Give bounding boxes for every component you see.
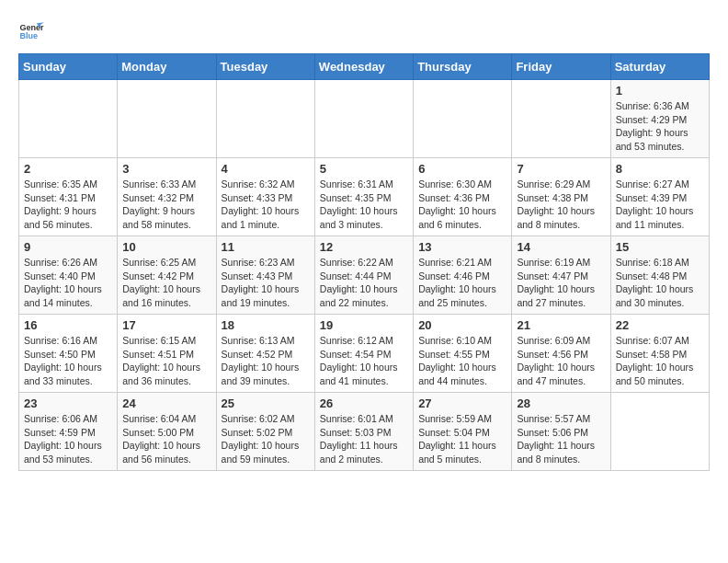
- day-number: 13: [418, 240, 506, 254]
- day-info: Sunrise: 6:32 AM Sunset: 4:33 PM Dayligh…: [222, 178, 310, 232]
- calendar-week-row: 1Sunrise: 6:36 AM Sunset: 4:29 PM Daylig…: [19, 80, 710, 158]
- calendar-cell: 3Sunrise: 6:33 AM Sunset: 4:32 PM Daylig…: [118, 158, 216, 236]
- calendar-cell: 26Sunrise: 6:01 AM Sunset: 5:03 PM Dayli…: [314, 393, 413, 471]
- day-info: Sunrise: 6:12 AM Sunset: 4:54 PM Dayligh…: [320, 334, 408, 388]
- day-info: Sunrise: 6:19 AM Sunset: 4:47 PM Dayligh…: [517, 256, 605, 310]
- day-info: Sunrise: 6:18 AM Sunset: 4:48 PM Dayligh…: [616, 256, 704, 310]
- day-info: Sunrise: 6:29 AM Sunset: 4:38 PM Dayligh…: [517, 178, 605, 232]
- page-header: General Blue: [18, 18, 710, 44]
- day-info: Sunrise: 6:25 AM Sunset: 4:42 PM Dayligh…: [122, 256, 210, 310]
- day-number: 22: [616, 318, 704, 332]
- day-info: Sunrise: 6:02 AM Sunset: 5:02 PM Dayligh…: [222, 412, 310, 466]
- calendar-cell: [512, 80, 610, 158]
- day-info: Sunrise: 6:36 AM Sunset: 4:29 PM Dayligh…: [616, 99, 704, 154]
- calendar-cell: 11Sunrise: 6:23 AM Sunset: 4:43 PM Dayli…: [216, 236, 314, 315]
- day-info: Sunrise: 6:26 AM Sunset: 4:40 PM Dayligh…: [24, 256, 112, 310]
- day-info: Sunrise: 5:59 AM Sunset: 5:04 PM Dayligh…: [418, 412, 506, 466]
- day-info: Sunrise: 6:31 AM Sunset: 4:35 PM Dayligh…: [320, 178, 408, 232]
- day-number: 23: [24, 396, 112, 410]
- day-info: Sunrise: 6:35 AM Sunset: 4:31 PM Dayligh…: [24, 178, 112, 232]
- calendar-cell: 25Sunrise: 6:02 AM Sunset: 5:02 PM Dayli…: [216, 393, 314, 471]
- calendar-cell: 21Sunrise: 6:09 AM Sunset: 4:56 PM Dayli…: [512, 315, 610, 393]
- day-number: 18: [222, 318, 310, 332]
- calendar-cell: [19, 80, 118, 158]
- calendar-cell: 13Sunrise: 6:21 AM Sunset: 4:46 PM Dayli…: [414, 236, 512, 315]
- calendar-cell: [314, 80, 413, 158]
- calendar-cell: 24Sunrise: 6:04 AM Sunset: 5:00 PM Dayli…: [118, 393, 216, 471]
- day-info: Sunrise: 6:23 AM Sunset: 4:43 PM Dayligh…: [222, 256, 310, 310]
- weekday-header-sunday: Sunday: [19, 54, 118, 80]
- day-number: 16: [24, 318, 112, 332]
- day-number: 27: [418, 396, 506, 410]
- calendar-cell: 9Sunrise: 6:26 AM Sunset: 4:40 PM Daylig…: [19, 236, 118, 315]
- day-info: Sunrise: 6:04 AM Sunset: 5:00 PM Dayligh…: [122, 412, 210, 466]
- weekday-header-saturday: Saturday: [610, 54, 709, 80]
- svg-text:Blue: Blue: [19, 31, 38, 40]
- day-info: Sunrise: 6:07 AM Sunset: 4:58 PM Dayligh…: [616, 334, 704, 388]
- day-number: 17: [122, 318, 210, 332]
- day-info: Sunrise: 6:10 AM Sunset: 4:55 PM Dayligh…: [418, 334, 506, 388]
- day-number: 12: [320, 240, 408, 254]
- day-number: 6: [418, 162, 506, 176]
- calendar-cell: 17Sunrise: 6:15 AM Sunset: 4:51 PM Dayli…: [118, 315, 216, 393]
- day-number: 7: [517, 162, 605, 176]
- calendar-cell: 19Sunrise: 6:12 AM Sunset: 4:54 PM Dayli…: [314, 315, 413, 393]
- weekday-header-thursday: Thursday: [414, 54, 512, 80]
- day-number: 4: [222, 162, 310, 176]
- logo-icon: General Blue: [18, 18, 44, 44]
- day-info: Sunrise: 6:06 AM Sunset: 4:59 PM Dayligh…: [24, 412, 112, 466]
- calendar-cell: 1Sunrise: 6:36 AM Sunset: 4:29 PM Daylig…: [610, 80, 709, 158]
- calendar-cell: [216, 80, 314, 158]
- day-number: 25: [222, 396, 310, 410]
- day-number: 28: [517, 396, 605, 410]
- calendar-cell: 12Sunrise: 6:22 AM Sunset: 4:44 PM Dayli…: [314, 236, 413, 315]
- calendar-cell: 2Sunrise: 6:35 AM Sunset: 4:31 PM Daylig…: [19, 158, 118, 236]
- calendar-cell: [414, 80, 512, 158]
- calendar-week-row: 16Sunrise: 6:16 AM Sunset: 4:50 PM Dayli…: [19, 315, 710, 393]
- day-info: Sunrise: 6:30 AM Sunset: 4:36 PM Dayligh…: [418, 178, 506, 232]
- weekday-header-friday: Friday: [512, 54, 610, 80]
- calendar-cell: 16Sunrise: 6:16 AM Sunset: 4:50 PM Dayli…: [19, 315, 118, 393]
- day-number: 24: [122, 396, 210, 410]
- day-number: 21: [517, 318, 605, 332]
- day-number: 5: [320, 162, 408, 176]
- weekday-header-wednesday: Wednesday: [314, 54, 413, 80]
- day-info: Sunrise: 6:15 AM Sunset: 4:51 PM Dayligh…: [122, 334, 210, 388]
- calendar-cell: 4Sunrise: 6:32 AM Sunset: 4:33 PM Daylig…: [216, 158, 314, 236]
- weekday-header-row: SundayMondayTuesdayWednesdayThursdayFrid…: [19, 54, 710, 80]
- day-info: Sunrise: 6:01 AM Sunset: 5:03 PM Dayligh…: [320, 412, 408, 466]
- calendar-cell: 27Sunrise: 5:59 AM Sunset: 5:04 PM Dayli…: [414, 393, 512, 471]
- day-info: Sunrise: 6:21 AM Sunset: 4:46 PM Dayligh…: [418, 256, 506, 310]
- calendar-cell: [610, 393, 709, 471]
- day-number: 20: [418, 318, 506, 332]
- calendar-cell: 10Sunrise: 6:25 AM Sunset: 4:42 PM Dayli…: [118, 236, 216, 315]
- day-info: Sunrise: 6:16 AM Sunset: 4:50 PM Dayligh…: [24, 334, 112, 388]
- calendar-week-row: 2Sunrise: 6:35 AM Sunset: 4:31 PM Daylig…: [19, 158, 710, 236]
- calendar-cell: 15Sunrise: 6:18 AM Sunset: 4:48 PM Dayli…: [610, 236, 709, 315]
- day-info: Sunrise: 6:09 AM Sunset: 4:56 PM Dayligh…: [517, 334, 605, 388]
- day-number: 1: [616, 84, 704, 98]
- day-info: Sunrise: 6:33 AM Sunset: 4:32 PM Dayligh…: [122, 178, 210, 232]
- day-number: 9: [24, 240, 112, 254]
- calendar-cell: 18Sunrise: 6:13 AM Sunset: 4:52 PM Dayli…: [216, 315, 314, 393]
- calendar-cell: 8Sunrise: 6:27 AM Sunset: 4:39 PM Daylig…: [610, 158, 709, 236]
- day-info: Sunrise: 5:57 AM Sunset: 5:06 PM Dayligh…: [517, 412, 605, 466]
- weekday-header-tuesday: Tuesday: [216, 54, 314, 80]
- calendar-cell: 5Sunrise: 6:31 AM Sunset: 4:35 PM Daylig…: [314, 158, 413, 236]
- calendar-table: SundayMondayTuesdayWednesdayThursdayFrid…: [18, 53, 710, 471]
- calendar-cell: 22Sunrise: 6:07 AM Sunset: 4:58 PM Dayli…: [610, 315, 709, 393]
- calendar-cell: 7Sunrise: 6:29 AM Sunset: 4:38 PM Daylig…: [512, 158, 610, 236]
- day-number: 19: [320, 318, 408, 332]
- day-number: 3: [122, 162, 210, 176]
- calendar-cell: 20Sunrise: 6:10 AM Sunset: 4:55 PM Dayli…: [414, 315, 512, 393]
- calendar-week-row: 23Sunrise: 6:06 AM Sunset: 4:59 PM Dayli…: [19, 393, 710, 471]
- calendar-cell: [118, 80, 216, 158]
- calendar-cell: 23Sunrise: 6:06 AM Sunset: 4:59 PM Dayli…: [19, 393, 118, 471]
- day-number: 8: [616, 162, 704, 176]
- weekday-header-monday: Monday: [118, 54, 216, 80]
- logo: General Blue: [18, 18, 48, 44]
- calendar-cell: 6Sunrise: 6:30 AM Sunset: 4:36 PM Daylig…: [414, 158, 512, 236]
- day-number: 2: [24, 162, 112, 176]
- day-info: Sunrise: 6:13 AM Sunset: 4:52 PM Dayligh…: [222, 334, 310, 388]
- day-info: Sunrise: 6:27 AM Sunset: 4:39 PM Dayligh…: [616, 178, 704, 232]
